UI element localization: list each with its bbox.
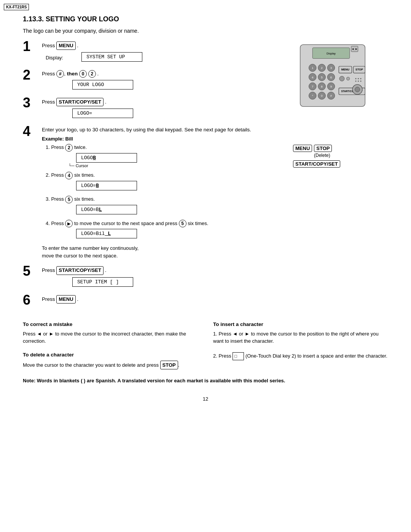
svg-text:1: 1 [312, 66, 314, 70]
sub-steps-container: 1. Press 2 twice. LOGOB └─ Cursor 2. Pre… [46, 144, 274, 240]
btn-4-ref: 4 [65, 172, 73, 179]
svg-text:5: 5 [321, 76, 323, 79]
svg-text:6: 6 [330, 76, 332, 79]
start-copy-set-diagram-label: START/COPY/SET [293, 160, 388, 168]
svg-text:STOP: STOP [355, 68, 363, 71]
step-3: 3 Press START/COPY/SET . LOGO= [23, 98, 274, 120]
sub-step-4: 4. Press ▶ to move the cursor to the nex… [46, 220, 274, 240]
display-box-4c: LOGO=BL [76, 205, 137, 214]
menu-button-ref-6: MENU [56, 295, 75, 304]
menu-button-ref-1: MENU [56, 42, 75, 50]
start-copy-set-button-ref-3: START/COPY/SET [56, 98, 104, 106]
hash-button-ref: # [56, 70, 64, 78]
diagram-labels: MENU STOP (Delete) START/COPY/SET [289, 145, 388, 168]
svg-text:8: 8 [321, 85, 323, 88]
help-insert-title: To insert a character [213, 321, 388, 327]
step-4-text: Enter your logo, up to 30 characters, by… [42, 126, 274, 134]
step-5: 5 Press START/COPY/SET . SETUP ITEM [ ] [23, 266, 274, 288]
help-correct-title: To correct a mistake [23, 321, 198, 327]
svg-text:9: 9 [330, 85, 332, 88]
example-label: Example: Bill [42, 136, 274, 142]
step-4: 4 Enter your logo, up to 30 characters, … [23, 126, 274, 259]
svg-text:4: 4 [312, 76, 314, 79]
menu-label: MENU [293, 145, 312, 152]
svg-text:◄ ►: ◄ ► [352, 47, 358, 51]
step-4-note: To enter the same number key continuousl… [42, 244, 274, 259]
svg-text:MENU: MENU [341, 68, 350, 71]
step-3-text: Press START/COPY/SET . [42, 98, 274, 106]
display-box-4b: LOGO=B [76, 181, 137, 190]
final-note: Note: Words in blankets ( ) are Spanish.… [23, 377, 388, 385]
step-6-content: Press MENU . [42, 295, 274, 306]
start-copy-set-label: START/COPY/SET [293, 160, 340, 168]
display-label-1: Display: [46, 55, 63, 61]
display-box-4a: LOGOB [76, 153, 137, 163]
svg-point-44 [355, 87, 360, 92]
step-number-1: 1 [23, 40, 42, 53]
help-col-delete: To delete a character Move the cursor to… [23, 352, 198, 370]
one-touch-key-ref: □ [233, 352, 244, 360]
sub-step-2: 2. Press 4 six times. LOGO=B [46, 172, 274, 192]
help-col-correct: To correct a mistake Press ◄ or ► to mov… [23, 321, 198, 370]
help-delete-title: To delete a character [23, 352, 198, 358]
btn-5-ref-2: 5 [179, 220, 186, 227]
help-correct-text: Press ◄ or ► to move the cursor to the i… [23, 330, 198, 345]
svg-point-38 [358, 78, 359, 79]
sub-step-1: 1. Press 2 twice. LOGOB └─ Cursor [46, 144, 274, 168]
left-content: 1 Press MENU . Display: SYSTEM SET UP 2 [23, 42, 274, 314]
cursor-label: └─ Cursor [68, 163, 274, 168]
help-col-insert: To insert a character 1. Press ◄ or ► to… [213, 321, 388, 370]
svg-point-41 [358, 80, 359, 81]
stop-label: STOP [314, 145, 332, 152]
step-number-5: 5 [23, 264, 42, 278]
zero-button-ref: 0 [79, 70, 87, 78]
page-number: 12 [23, 396, 388, 402]
svg-point-36 [347, 77, 350, 80]
svg-point-35 [339, 76, 344, 81]
step-5-content: Press START/COPY/SET . SETUP ITEM [ ] [42, 266, 274, 288]
step-4-content: Enter your logo, up to 30 characters, by… [42, 126, 274, 259]
step-5-text: Press START/COPY/SET . [42, 266, 274, 275]
step-number-4: 4 [23, 125, 42, 138]
sub-step-3-text: 3. Press 5 six times. [46, 196, 274, 203]
svg-point-40 [355, 80, 356, 81]
step-3-content: Press START/COPY/SET . LOGO= [42, 98, 274, 120]
help-columns: To correct a mistake Press ◄ or ► to mov… [23, 321, 388, 370]
step-number-3: 3 [23, 96, 42, 110]
step-number-2: 2 [23, 68, 42, 82]
svg-point-39 [360, 78, 361, 79]
step-6: 6 Press MENU . [23, 295, 274, 307]
step-6-text: Press MENU . [42, 295, 274, 304]
right-diagram: Display ◄ ► 1 2 3 4 5 6 [282, 42, 388, 314]
stop-btn-ref: STOP [160, 361, 178, 370]
step-number-6: 6 [23, 293, 42, 307]
step-2-text: Press #, then 0 2 . [42, 70, 274, 78]
arrow-right-ref: ▶ [65, 220, 73, 227]
sub-step-1-text: 1. Press 2 twice. [46, 144, 274, 152]
start-copy-set-button-ref-5: START/COPY/SET [56, 266, 104, 275]
display-box-3: LOGO= [72, 109, 133, 118]
step-1: 1 Press MENU . Display: SYSTEM SET UP [23, 42, 274, 63]
btn-5-ref: 5 [65, 196, 73, 203]
help-delete-text: Move the cursor to the character you wan… [23, 361, 198, 370]
display-box-2: YOUR LOGO [72, 80, 133, 89]
display-box-5: SETUP ITEM [ ] [72, 277, 133, 287]
step-1-text: Press MENU . [42, 42, 274, 50]
step-1-content: Press MENU . Display: SYSTEM SET UP [42, 42, 274, 63]
section-title: 1.13.3. SETTING YOUR LOGO [23, 15, 388, 23]
intro-text: The logo can be your company, division o… [23, 28, 388, 34]
sub-step-2-text: 2. Press 4 six times. [46, 172, 274, 179]
svg-text:Display: Display [327, 52, 336, 55]
delete-label: (Delete) [314, 153, 388, 158]
svg-text:7: 7 [312, 85, 314, 88]
svg-text:3: 3 [330, 66, 332, 70]
step-2-content: Press #, then 0 2 . YOUR LOGO [42, 70, 274, 91]
device-illustration: Display ◄ ► 1 2 3 4 5 6 [282, 42, 381, 141]
svg-text:#: # [330, 94, 332, 97]
svg-text:0: 0 [321, 94, 323, 97]
display-box-1: SYSTEM SET UP [81, 52, 142, 62]
two-button-ref: 2 [88, 70, 96, 78]
sub-step-4-text: 4. Press ▶ to move the cursor to the nex… [46, 220, 274, 227]
menu-stop-row: MENU STOP [293, 145, 388, 152]
step-2: 2 Press #, then 0 2 . YOUR LOGO [23, 70, 274, 91]
